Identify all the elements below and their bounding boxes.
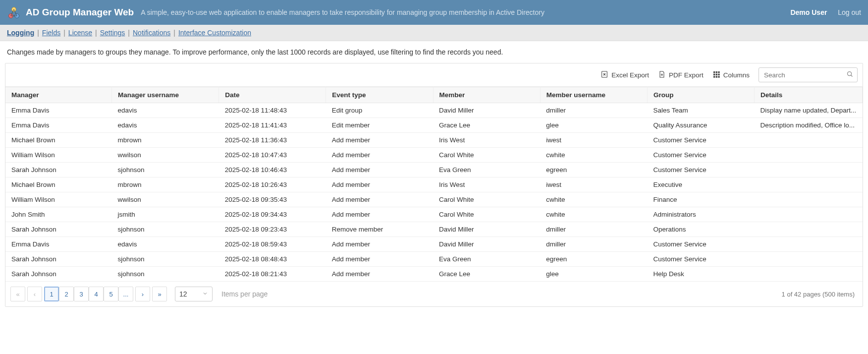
table-row[interactable]: Sarah Johnsonsjohnson2025-02-18 08:21:43… [5,267,863,282]
nav-link-notifications[interactable]: Notifications [133,29,170,37]
cell-group: Quality Assurance [647,118,754,133]
cell-details: Description modified, Office lo... [755,118,863,133]
pager-page-button[interactable]: 4 [89,287,104,301]
table-row[interactable]: Sarah Johnsonsjohnson2025-02-18 09:23:43… [5,222,863,237]
cell-manager: William Wilson [5,148,111,163]
svg-rect-8 [715,71,717,73]
cell-manager_user: sjohnson [111,222,218,237]
pager-prev-button[interactable]: ‹ [27,287,42,301]
nav-link-logging[interactable]: Logging [7,29,34,37]
table-row[interactable]: Emma Davisedavis2025-02-18 11:41:43Edit … [5,118,863,133]
column-header[interactable]: Manager [5,87,111,103]
cell-date: 2025-02-18 08:59:43 [219,237,326,252]
svg-line-17 [851,75,853,77]
cell-member: Eva Green [433,252,540,267]
pager-page-button[interactable]: 5 [104,287,118,301]
cell-manager: Sarah Johnson [5,252,111,267]
app-tagline: A simple, easy-to-use web application to… [141,8,781,16]
cell-details [755,177,863,192]
cell-member_user: iwest [540,133,647,148]
cell-group: Administrators [647,207,754,222]
app-logo-icon [7,5,21,19]
cell-manager_user: edavis [111,237,218,252]
cell-date: 2025-02-18 09:34:43 [219,207,326,222]
topbar-right: Demo User Log out [781,8,861,16]
column-header[interactable]: Member username [540,87,647,103]
cell-event: Remove member [326,222,433,237]
page-size-select[interactable]: 12 [175,287,213,301]
pager-ellipsis-button[interactable]: ... [118,287,133,301]
cell-manager: Sarah Johnson [5,222,111,237]
cell-event: Edit member [326,118,433,133]
pager-page-button[interactable]: 2 [59,287,74,301]
cell-event: Edit group [326,103,433,118]
table-row[interactable]: Emma Davisedavis2025-02-18 11:48:43Edit … [5,103,863,118]
cell-member: Carol White [433,148,540,163]
svg-rect-10 [713,73,715,75]
pager-last-button[interactable]: » [152,287,167,301]
cell-manager_user: jsmith [111,207,218,222]
nav-link-settings[interactable]: Settings [100,29,125,37]
column-header[interactable]: Details [755,87,863,103]
cell-group: Sales Team [647,103,754,118]
nav-separator: | [128,29,130,37]
svg-rect-15 [718,76,719,77]
column-header[interactable]: Date [219,87,326,103]
nav-link-interface-customization[interactable]: Interface Customization [178,29,251,37]
cell-member: Carol White [433,192,540,207]
table-row[interactable]: William Wilsonwwilson2025-02-18 10:47:43… [5,148,863,163]
columns-button[interactable]: Columns [712,70,750,80]
svg-point-16 [848,72,852,76]
excel-export-button[interactable]: Excel Export [600,70,649,80]
columns-label: Columns [723,71,750,79]
cell-member_user: glee [540,267,647,282]
cell-manager: Emma Davis [5,118,111,133]
column-header[interactable]: Event type [326,87,433,103]
cell-member: Carol White [433,207,540,222]
nav-link-fields[interactable]: Fields [42,29,60,37]
cell-member: David Miller [433,222,540,237]
table-row[interactable]: William Wilsonwwilson2025-02-18 09:35:43… [5,192,863,207]
table-row[interactable]: Sarah Johnsonsjohnson2025-02-18 08:48:43… [5,252,863,267]
nav-link-license[interactable]: License [68,29,92,37]
table-row[interactable]: John Smithjsmith2025-02-18 09:34:43Add m… [5,207,863,222]
cell-member: Iris West [433,133,540,148]
cell-member_user: dmiller [540,237,647,252]
cell-member: Iris West [433,177,540,192]
cell-member: Grace Lee [433,267,540,282]
cell-group: Operations [647,222,754,237]
pager-first-button[interactable]: « [10,287,25,301]
svg-rect-14 [715,76,717,77]
cell-date: 2025-02-18 09:23:43 [219,222,326,237]
pdf-export-button[interactable]: PDF Export [658,70,704,80]
grid-footer: « ‹ 12345... › » 12 Items per page 1 of … [5,282,863,306]
user-link[interactable]: Demo User [790,8,827,16]
cell-details [755,207,863,222]
search-icon [846,70,854,79]
cell-group: Customer Service [647,163,754,177]
table-row[interactable]: Michael Brownmbrown2025-02-18 11:36:43Ad… [5,133,863,148]
cell-date: 2025-02-18 11:48:43 [219,103,326,118]
logout-link[interactable]: Log out [838,8,861,16]
column-header[interactable]: Manager username [111,87,218,103]
cell-member: Eva Green [433,163,540,177]
cell-event: Add member [326,148,433,163]
cell-member_user: egreen [540,252,647,267]
cell-member: Grace Lee [433,118,540,133]
svg-rect-13 [713,76,715,77]
cell-manager: Michael Brown [5,177,111,192]
table-row[interactable]: Emma Davisedavis2025-02-18 08:59:43Add m… [5,237,863,252]
table-row[interactable]: Michael Brownmbrown2025-02-18 10:26:43Ad… [5,177,863,192]
column-header[interactable]: Group [647,87,754,103]
search-input[interactable] [759,67,858,82]
cell-date: 2025-02-18 11:36:43 [219,133,326,148]
cell-details [755,237,863,252]
columns-icon [712,70,720,80]
pager-next-button[interactable]: › [135,287,150,301]
cell-event: Add member [326,207,433,222]
pager-page-button[interactable]: 3 [74,287,89,301]
cell-details [755,133,863,148]
pager-page-button[interactable]: 1 [44,287,59,301]
table-row[interactable]: Sarah Johnsonsjohnson2025-02-18 10:46:43… [5,163,863,177]
column-header[interactable]: Member [433,87,540,103]
